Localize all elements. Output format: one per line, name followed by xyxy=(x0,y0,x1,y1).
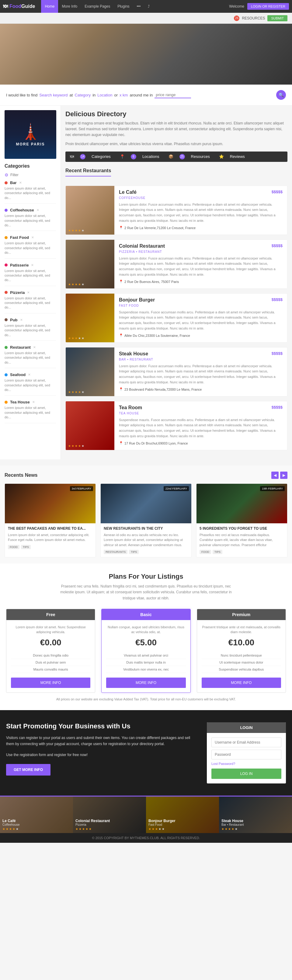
brand-text: FoodGuide xyxy=(10,4,35,9)
category-name-fastfood[interactable]: Fast Food ✕ xyxy=(5,235,56,240)
submit-button[interactable]: SUBMIT xyxy=(267,15,287,21)
news-next-button[interactable]: ▶ xyxy=(280,472,287,479)
filter-control: ⚙ Filter xyxy=(5,172,56,177)
plan-feature-basic-2: Vestibulum non viverra ex, nec xyxy=(106,666,186,673)
category-bar: Bar ✕ Lorem ipsum dolor sit amet, consec… xyxy=(5,180,56,204)
restaurant-info-2: Bonjour Burger $$$$$ FAST FOOD Suspendis… xyxy=(114,294,287,342)
restaurant-category-3: BAR • RESTAURANT xyxy=(119,358,282,361)
login-box: LOGIN Lost Password? LOG IN xyxy=(207,722,286,783)
nav-more-info[interactable]: More Info xyxy=(58,0,81,13)
search-in-text: in xyxy=(92,93,95,97)
pizzeria-dot-icon xyxy=(5,291,8,294)
patisserie-remove[interactable]: ✕ xyxy=(31,264,33,267)
news-tags-0: FOOD TIPS xyxy=(8,545,92,549)
plan-btn-basic[interactable]: MORE INFO xyxy=(106,678,186,688)
category-patisserie: Patisserie ✕ Lorem ipsum dolor sit amet,… xyxy=(5,263,56,286)
filter-label: Filter xyxy=(10,173,19,177)
news-prev-button[interactable]: ◀ xyxy=(271,472,279,479)
restaurant-remove[interactable]: ✕ xyxy=(33,346,36,349)
restaurant-dot-icon xyxy=(5,346,8,349)
footer: © 2015 COPYRIGHT BY MYTHEMES.CLUB. ALL R… xyxy=(0,833,292,843)
restaurant-desc-1: Lorem ipsum dolor. Fusce accumsan mollis… xyxy=(119,256,282,277)
search-keyword-label[interactable]: Search keyword xyxy=(39,93,68,97)
eiffel-tower-image: 🗼 MORE PARIS xyxy=(5,110,56,159)
search-submit-button[interactable]: 🔍 xyxy=(276,90,286,100)
stats-label-locations: Locations xyxy=(142,154,159,159)
restaurant-image-3: ★★★★★ xyxy=(66,347,114,396)
feat-content-0: Le Café Coffeehouse ★★★★★ xyxy=(0,816,73,833)
news-date-badge-1: 22nd FEBRUARY xyxy=(163,486,189,491)
news-content-0: THE BEST PANCAKES AND WHERE TO EA... Lor… xyxy=(5,523,95,552)
restaurant-header-0: Le Café $$$$$ xyxy=(119,189,282,195)
plan-feature-premium-1: Ut scelerisque maximus dolor xyxy=(202,659,281,666)
nav-example-pages[interactable]: Example Pages xyxy=(81,0,114,13)
plan-desc-free: Lorem ipsum dolor sit amet. Nunc Suspend… xyxy=(11,625,90,635)
plan-btn-free[interactable]: MORE INFO xyxy=(11,678,90,688)
password-field[interactable] xyxy=(211,750,281,759)
forgot-password-link[interactable]: Lost Password? xyxy=(211,762,281,765)
main-layout: 🗼 MORE PARIS Categories ⚙ Filter Bar ✕ L… xyxy=(0,106,292,460)
feat-content-2: Bonjour Burger Fast Food ★★★★★ xyxy=(146,816,219,833)
restaurant-desc-3: Lorem ipsum dolor. Fusce accumsan mollis… xyxy=(119,364,282,385)
pizzeria-remove[interactable]: ✕ xyxy=(27,291,30,294)
promo-get-more-info-button[interactable]: GET MORE INFO xyxy=(6,764,51,776)
plan-feature-premium-0: Nunc tincidunt pellentesque xyxy=(202,652,281,659)
login-button[interactable]: LOG IN xyxy=(211,768,281,779)
pub-remove[interactable]: ✕ xyxy=(20,318,22,321)
login-register-button[interactable]: LOGIN OR REGISTER xyxy=(247,3,289,10)
search-location-label[interactable]: Location xyxy=(97,93,112,97)
category-name-restaurant[interactable]: Restaurant ✕ xyxy=(5,345,56,350)
news-tag-1-1[interactable]: TIPS xyxy=(129,550,139,554)
news-tag-2-1[interactable]: TIPS xyxy=(213,550,222,554)
footer-copyright: © 2015 COPYRIGHT BY MYTHEMES.CLUB. ALL R… xyxy=(92,836,200,840)
coffeehouse-remove[interactable]: ✕ xyxy=(36,208,39,212)
nav-plugins[interactable]: Plugins xyxy=(114,0,133,13)
sidebar: 🗼 MORE PARIS Categories ⚙ Filter Bar ✕ L… xyxy=(0,106,61,460)
news-tag-2-0[interactable]: FOOD xyxy=(200,550,211,554)
seafood-remove[interactable]: ✕ xyxy=(28,373,30,376)
nav-home[interactable]: Home xyxy=(41,0,58,13)
feat-card-1[interactable]: Colonial Restaurant Pizzeria ★★★★★ xyxy=(73,797,146,833)
restaurant-image-4: ★★★★★ xyxy=(66,401,114,450)
username-field[interactable] xyxy=(211,738,281,747)
stats-label-reviews: Reviews xyxy=(230,154,245,159)
feat-card-0[interactable]: Le Café Coffeehouse ★★★★★ xyxy=(0,797,73,833)
nav-right: Welcome LOGIN OR REGISTER xyxy=(229,3,289,10)
promo-title: Start Promoting Your Business with Us xyxy=(6,722,198,730)
news-card-desc-1: Aenean id odio eu arcu iaculis vehicula … xyxy=(104,533,188,548)
plan-feature-premium-2: Suspendisse vehicula dapibus xyxy=(202,666,281,673)
news-card-desc-2: Phasellus nec orci at lacus malesuada da… xyxy=(200,533,284,548)
search-km-label[interactable]: x km xyxy=(119,93,128,97)
news-tag-0-0[interactable]: FOOD xyxy=(8,545,19,549)
category-name-coffeehouse[interactable]: Coffeehouse ✕ xyxy=(5,208,56,212)
search-category-label[interactable]: Category xyxy=(75,93,90,97)
tea-remove[interactable]: ✕ xyxy=(32,400,35,404)
plan-btn-premium[interactable]: MORE INFO xyxy=(202,678,281,688)
price-range-input[interactable] xyxy=(154,92,191,98)
resource-count-badge: 26 xyxy=(234,16,240,21)
plan-body-free: Lorem ipsum dolor sit amet. Nunc Suspend… xyxy=(6,620,95,692)
category-coffeehouse: Coffeehouse ✕ Lorem ipsum dolor sit amet… xyxy=(5,208,56,231)
bar-remove[interactable]: ✕ xyxy=(19,181,22,185)
news-card-1: 22nd FEBRUARY NEW RESTAURANTS IN THE CIT… xyxy=(100,484,192,558)
category-name-pizzeria[interactable]: Pizzeria ✕ xyxy=(5,290,56,295)
category-name-tea[interactable]: Tea House ✕ xyxy=(5,400,56,404)
nav-more[interactable]: ••• xyxy=(133,0,144,13)
category-name-patisserie[interactable]: Patisserie ✕ xyxy=(5,263,56,267)
feat-card-3[interactable]: Steak House Bar • Restaurant ★★★★★ xyxy=(219,797,292,833)
stats-bar: 🍽 14 Categories 📍 6 Locations 📦 25 Resou… xyxy=(65,151,287,162)
brand-logo: 🍽 FoodGuide xyxy=(3,4,35,9)
category-name-pub[interactable]: Pub ✕ xyxy=(5,318,56,322)
fastfood-remove[interactable]: ✕ xyxy=(31,236,34,239)
category-name-seafood[interactable]: Seafood ✕ xyxy=(5,372,56,377)
login-header: LOGIN xyxy=(207,722,286,733)
restaurant-location-0: 📍 2 Rue De La Verrerie,71200 Le Creusot,… xyxy=(119,226,282,230)
category-name-bar[interactable]: Bar ✕ xyxy=(5,180,56,185)
nav-share-icon[interactable]: ⤴ xyxy=(144,0,153,13)
plan-header-premium: Premium xyxy=(197,609,286,620)
feat-cat-1: Pizzeria xyxy=(75,823,144,826)
feat-card-2[interactable]: Bonjour Burger Fast Food ★★★★★ xyxy=(146,797,219,833)
location-icon-2: 📍 xyxy=(119,334,123,337)
news-tag-0-1[interactable]: TIPS xyxy=(21,545,31,549)
news-tag-1-0[interactable]: RESTAURANTS xyxy=(104,550,127,554)
